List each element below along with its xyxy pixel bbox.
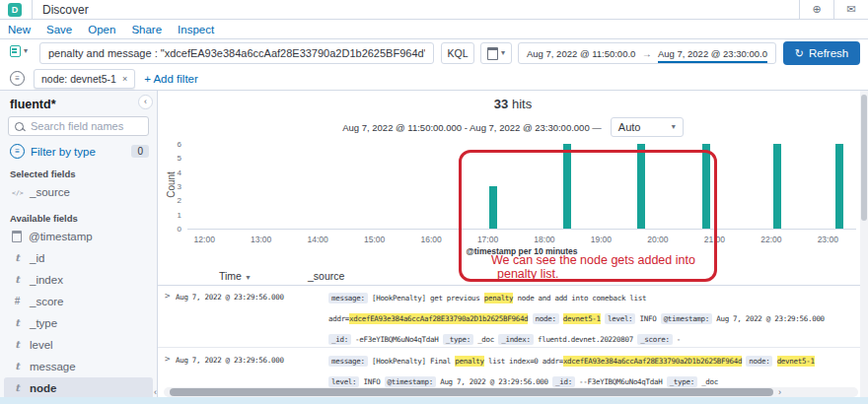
sidebar-field-_index[interactable]: _index (0, 269, 157, 291)
remove-filter-icon[interactable]: × (122, 74, 127, 84)
highlighted-text: devnet5-1 (563, 313, 601, 324)
date-picker-button[interactable]: ▾ (480, 42, 512, 64)
histogram-bar-17:00[interactable] (489, 186, 497, 229)
sidebar-field-_source[interactable]: _source (0, 181, 157, 203)
hits-count-line: 33 hits (158, 97, 868, 111)
source-text: INFO (635, 314, 660, 323)
string-field-icon (12, 275, 23, 285)
y-tick: 6 (160, 140, 181, 149)
field-name-badge[interactable]: _id: (328, 334, 351, 345)
field-name-badge[interactable]: node: (533, 313, 559, 324)
field-name-badge[interactable]: message: (328, 293, 368, 303)
sidebar-field-_type[interactable]: _type (0, 312, 157, 334)
toolbar-link-inspect[interactable]: Inspect (178, 24, 214, 35)
field-name-badge[interactable]: _type: (443, 334, 473, 345)
field-name-badge[interactable]: level: (328, 376, 359, 387)
sidebar-field-_score[interactable]: _score (0, 291, 157, 312)
x-tick: 14:00 (308, 235, 328, 244)
x-tick: 19:00 (591, 235, 612, 244)
header-icons: ⊕✉ (799, 0, 868, 19)
query-icon (10, 45, 21, 57)
toolbar-link-new[interactable]: New (8, 24, 31, 35)
scroll-left-icon[interactable]: ‹ (154, 387, 157, 397)
source-field-icon (12, 187, 23, 197)
toolbar: NewSaveOpenShareInspect (0, 20, 868, 39)
histogram-bar-23:10[interactable] (835, 144, 843, 229)
source-text: Aug 7, 2022 @ 23:29:56.000 (712, 314, 825, 323)
field-name-badge[interactable]: @timestamp: (661, 313, 712, 324)
x-tick: 17:00 (477, 235, 498, 244)
number-field-icon (12, 297, 23, 306)
row-source: message: [HookPenalty] get previous pena… (328, 288, 866, 350)
toolbar-link-share[interactable]: Share (131, 24, 162, 35)
arrow-right-icon: → (640, 48, 654, 59)
sidebar-field-_id[interactable]: _id (0, 247, 157, 269)
date-range-end[interactable]: Aug 7, 2022 @ 23:30:00.0 (658, 43, 767, 63)
page-title: Discover (42, 3, 89, 17)
time-column-header[interactable]: Time▼ (219, 270, 252, 282)
query-language-button[interactable]: ▾ (10, 45, 28, 57)
field-name-badge[interactable]: level: (605, 313, 635, 324)
row-timestamp: Aug 7, 2022 @ 23:29:56.000 (176, 293, 284, 302)
filter-menu-icon[interactable]: ≡ (10, 71, 25, 86)
field-label: node (30, 382, 56, 394)
globe-icon[interactable]: ⊕ (799, 0, 833, 19)
sidebar-field-node[interactable]: node (4, 377, 153, 399)
toolbar-link-open[interactable]: Open (88, 24, 115, 35)
vertical-scrollbar-thumb[interactable] (861, 95, 867, 221)
source-text (528, 314, 532, 323)
search-query-input[interactable] (39, 42, 434, 64)
field-name-badge[interactable]: _type: (667, 376, 697, 387)
field-label: message (30, 361, 76, 372)
string-field-icon (12, 362, 23, 371)
chevron-down-icon: ▾ (672, 123, 676, 131)
expand-row-icon[interactable]: > (165, 291, 170, 301)
field-search-box (8, 116, 149, 136)
field-label: _type (30, 317, 57, 329)
source-text: [HookPenalty] get previous (368, 294, 484, 303)
sidebar-field-@timestamp[interactable]: @timestamp (0, 226, 157, 247)
date-range-start[interactable]: Aug 7, 2022 @ 11:50:00.0 (527, 43, 635, 63)
field-name-badge[interactable]: message: (328, 356, 368, 367)
interval-select[interactable]: Auto ▾ (611, 117, 684, 137)
histogram-bar-20:50[interactable] (702, 144, 710, 229)
filter-by-type[interactable]: ≡ Filter by type 0 (10, 144, 149, 159)
app-logo[interactable]: D (8, 3, 22, 17)
histogram-bar-18:20[interactable] (563, 144, 571, 229)
expand-row-icon[interactable]: > (165, 354, 170, 364)
field-name-badge[interactable]: _id: (552, 376, 575, 387)
source-text: --F3eYIBQM6uNo4qTdaH (575, 377, 667, 386)
refresh-icon: ↻ (795, 47, 804, 60)
y-tick: 0 (160, 225, 181, 234)
histogram-bar-22:00[interactable] (773, 144, 781, 229)
hits-count: 33 (494, 97, 508, 111)
collapse-sidebar-button[interactable]: ‹ (138, 95, 153, 109)
sidebar-field-level[interactable]: level (0, 334, 157, 356)
x-tick: 21:00 (704, 235, 725, 244)
refresh-button[interactable]: ↻ Refresh (783, 41, 860, 65)
field-name-badge[interactable]: @timestamp: (385, 376, 436, 387)
add-filter-button[interactable]: + Add filter (144, 73, 198, 85)
horizontal-scrollbar-thumb[interactable] (170, 388, 773, 396)
source-text: - (673, 335, 681, 344)
index-pattern-title[interactable]: fluentd* (0, 91, 157, 116)
field-name-badge[interactable]: _score: (637, 334, 673, 345)
row-timestamp: Aug 7, 2022 @ 23:29:56.000 (176, 356, 284, 365)
filter-icon: ≡ (10, 144, 25, 159)
filter-pill[interactable]: node: devnet5-1 × (34, 69, 135, 89)
kql-language-button[interactable]: KQL (441, 42, 474, 64)
toolbar-link-save[interactable]: Save (46, 24, 72, 35)
sidebar-field-message[interactable]: message (0, 356, 157, 377)
filter-bar: ≡ node: devnet5-1 × + Add filter (0, 67, 868, 91)
string-field-icon (12, 253, 23, 263)
histogram-bar-19:40[interactable] (637, 144, 645, 229)
field-name-badge[interactable]: _index: (498, 334, 534, 345)
scroll-right-icon[interactable]: › (778, 387, 781, 397)
mail-icon[interactable]: ✉ (833, 0, 868, 19)
x-tick: 13:00 (251, 235, 271, 244)
source-text: [HookPenalty] Final (368, 357, 456, 366)
field-label: _score (30, 296, 64, 307)
field-name-badge[interactable]: node: (746, 356, 772, 367)
x-tick: 18:00 (534, 235, 554, 244)
field-search-input[interactable] (29, 119, 142, 133)
